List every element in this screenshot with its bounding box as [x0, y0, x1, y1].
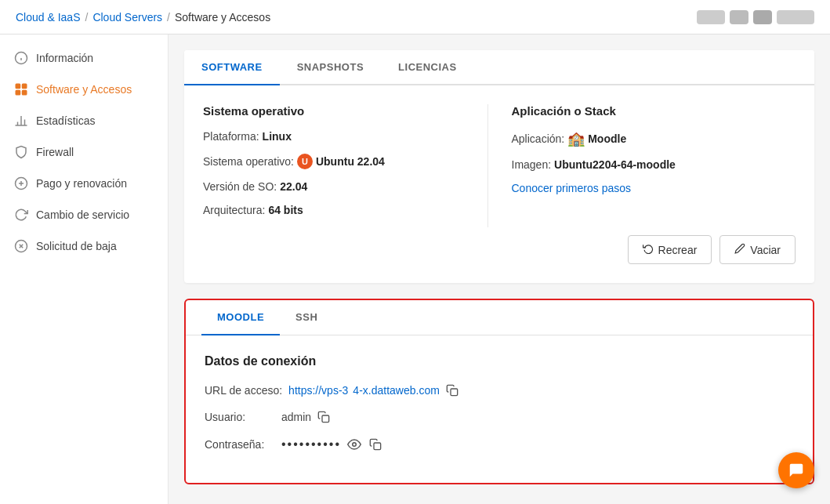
info-columns: Sistema operativo Plataforma: Linux Sist… — [203, 104, 796, 227]
os-label: Sistema operativo: — [203, 155, 294, 168]
sidebar-label-estadisticas: Estadísticas — [36, 114, 95, 127]
platform-label: Plataforma: — [203, 130, 259, 143]
breadcrumb-sep1: / — [85, 11, 89, 24]
sidebar-item-cambio[interactable]: Cambio de servicio — [0, 199, 168, 230]
image-label: Imagen: — [512, 158, 552, 171]
os-row: Sistema operativo: U Ubuntu 22.04 — [203, 154, 472, 169]
sidebar-item-baja[interactable]: Solicitud de baja — [0, 230, 168, 262]
password-show-button[interactable] — [346, 436, 363, 453]
connection-body: Datos de conexión URL de acceso: https:/… — [186, 335, 813, 483]
tab-licencias[interactable]: LICENCIAS — [381, 50, 474, 85]
chat-bubble[interactable] — [778, 452, 814, 488]
arch-label: Arquitectura: — [203, 204, 265, 216]
breadcrumb-cloud-servers[interactable]: Cloud Servers — [92, 11, 162, 24]
header-pill-4 — [777, 10, 814, 24]
connection-tabs: MOODLE SSH — [186, 300, 813, 335]
os-column: Sistema operativo Plataforma: Linux Sist… — [203, 104, 487, 227]
sidebar-label-informacion: Información — [36, 52, 93, 64]
sidebar: Información Software y Accesos Estadísti… — [0, 34, 169, 504]
sidebar-label-baja: Solicitud de baja — [36, 240, 117, 252]
x-circle-icon — [14, 239, 28, 253]
breadcrumb-cloud[interactable]: Cloud & IaaS — [16, 11, 81, 24]
conn-tab-moodle[interactable]: MOODLE — [201, 300, 280, 335]
version-row: Versión de SO: 22.04 — [203, 180, 472, 193]
password-masked: •••••••••• — [281, 437, 341, 451]
sidebar-item-estadisticas[interactable]: Estadísticas — [0, 105, 168, 136]
svg-rect-5 — [16, 91, 20, 95]
main-card-body: Sistema operativo Plataforma: Linux Sist… — [184, 85, 814, 283]
svg-rect-4 — [23, 84, 27, 88]
app-label: Aplicación: — [512, 132, 565, 145]
os-value: Ubuntu 22.04 — [316, 155, 385, 168]
primeros-pasos-link[interactable]: Conocer primeros pasos — [512, 182, 632, 194]
arch-value: 64 bits — [268, 204, 303, 216]
recrear-button[interactable]: Recrear — [628, 235, 712, 264]
action-buttons: Recrear Vaciar — [203, 235, 796, 264]
tab-snapshots[interactable]: SNAPSHOTS — [280, 50, 381, 85]
header-pill-3 — [753, 10, 772, 24]
header-pill-1 — [697, 10, 725, 24]
user-value: admin — [281, 409, 332, 425]
main-content: SOFTWARE SNAPSHOTS LICENCIAS Sistema ope… — [169, 34, 830, 504]
breadcrumb-sep2: / — [167, 11, 170, 24]
app-value: Moodle — [588, 132, 626, 145]
conn-tab-ssh[interactable]: SSH — [280, 300, 333, 335]
sidebar-item-software-accesos[interactable]: Software y Accesos — [0, 74, 168, 105]
tab-software[interactable]: SOFTWARE — [184, 50, 280, 85]
shield-icon — [14, 145, 28, 159]
dollar-icon — [14, 176, 28, 190]
sidebar-item-firewall[interactable]: Firewall — [0, 136, 168, 168]
platform-value: Linux — [263, 130, 292, 143]
recrear-icon — [643, 243, 654, 256]
url-label: URL de acceso: — [205, 384, 282, 397]
header-right — [697, 10, 814, 24]
sidebar-label-cambio: Cambio de servicio — [36, 208, 129, 221]
username: admin — [281, 411, 311, 423]
main-tabs-bar: SOFTWARE SNAPSHOTS LICENCIAS — [184, 50, 814, 85]
user-copy-button[interactable] — [316, 409, 332, 425]
sidebar-label-pago: Pago y renovación — [36, 177, 127, 190]
password-copy-button[interactable] — [368, 437, 383, 452]
grid-icon — [14, 82, 28, 96]
main-card: SOFTWARE SNAPSHOTS LICENCIAS Sistema ope… — [184, 50, 814, 283]
layout: Información Software y Accesos Estadísti… — [0, 34, 830, 504]
app-column: Aplicación o Stack Aplicación: 🏫 Moodle … — [487, 104, 796, 227]
vaciar-button[interactable]: Vaciar — [719, 235, 796, 264]
arch-row: Arquitectura: 64 bits — [203, 204, 472, 216]
app-title: Aplicación o Stack — [512, 104, 781, 118]
os-title: Sistema operativo — [203, 104, 472, 118]
url-link-part1[interactable]: https://vps-3 — [288, 384, 348, 397]
connection-title: Datos de conexión — [205, 354, 794, 368]
recrear-label: Recrear — [658, 244, 698, 256]
url-copy-button[interactable] — [444, 383, 460, 398]
info-icon — [14, 51, 28, 65]
pass-value: •••••••••• — [281, 436, 383, 453]
svg-rect-20 — [374, 443, 381, 450]
svg-point-19 — [353, 443, 357, 447]
url-value: https://vps-3 4-x.dattaweb.com — [288, 383, 460, 398]
link-row: Conocer primeros pasos — [512, 182, 781, 194]
version-label: Versión de SO: — [203, 180, 277, 193]
sidebar-item-informacion[interactable]: Información — [0, 42, 168, 74]
header: Cloud & IaaS / Cloud Servers / Software … — [0, 0, 830, 34]
svg-rect-17 — [451, 389, 458, 396]
image-row: Imagen: Ubuntu2204-64-moodle — [512, 158, 781, 171]
user-row: Usuario: admin — [205, 409, 794, 425]
refresh-icon — [14, 208, 28, 222]
bar-chart-icon — [14, 114, 28, 128]
header-pill-2 — [730, 10, 748, 24]
sidebar-item-pago[interactable]: Pago y renovación — [0, 168, 168, 199]
pass-row: Contraseña: •••••••••• — [205, 436, 794, 453]
connection-box: MOODLE SSH Datos de conexión URL de acce… — [184, 299, 814, 484]
ubuntu-icon: U — [297, 154, 313, 169]
svg-rect-6 — [23, 91, 27, 95]
sidebar-label-firewall: Firewall — [36, 146, 74, 158]
image-value: Ubuntu2204-64-moodle — [554, 158, 676, 171]
app-row: Aplicación: 🏫 Moodle — [512, 130, 781, 147]
breadcrumb-current: Software y Accesos — [175, 11, 270, 24]
sidebar-label-software-accesos: Software y Accesos — [36, 83, 132, 96]
user-label: Usuario: — [205, 411, 275, 423]
vaciar-label: Vaciar — [750, 244, 781, 256]
moodle-icon: 🏫 — [567, 130, 585, 147]
url-link-part2[interactable]: 4-x.dattaweb.com — [353, 384, 440, 397]
